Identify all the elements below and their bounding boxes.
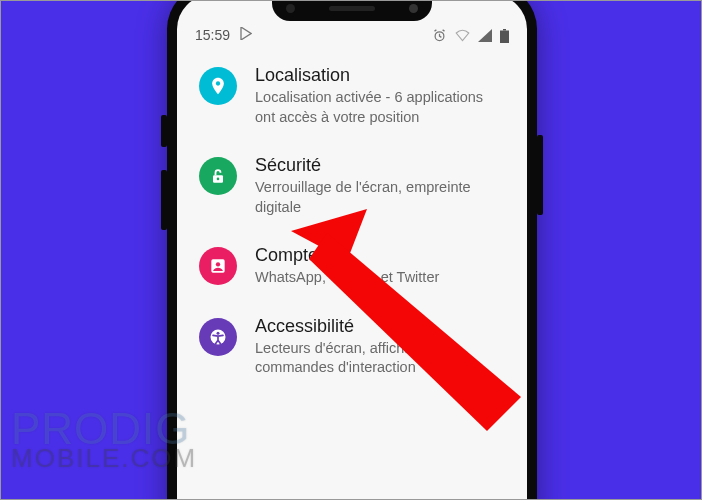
power-button xyxy=(537,135,543,215)
settings-item-accessibilite[interactable]: Accessibilité Lecteurs d'écran, affichag… xyxy=(177,302,527,392)
item-title: Accessibilité xyxy=(255,316,505,337)
svg-point-7 xyxy=(216,262,220,266)
battery-icon xyxy=(500,29,509,43)
accessibility-icon xyxy=(199,318,237,356)
svg-point-5 xyxy=(217,178,220,181)
account-box-icon xyxy=(199,247,237,285)
item-title: Comptes xyxy=(255,245,505,266)
svg-rect-2 xyxy=(503,29,506,31)
watermark: PRODIG MOBILE.COM xyxy=(11,410,197,469)
volume-up-button xyxy=(161,115,167,147)
watermark-line2: MOBILE.COM xyxy=(11,447,197,469)
item-title: Sécurité xyxy=(255,155,505,176)
location-icon xyxy=(199,67,237,105)
volume-down-button xyxy=(161,170,167,230)
settings-item-localisation[interactable]: Localisation Localisation activée - 6 ap… xyxy=(177,51,527,141)
item-subtitle: WhatsApp, Google et Twitter xyxy=(255,268,505,288)
svg-point-9 xyxy=(217,332,220,335)
item-subtitle: Lecteurs d'écran, affichage, commandes d… xyxy=(255,339,505,378)
lock-open-icon xyxy=(199,157,237,195)
phone-frame: 15:59 xyxy=(167,0,537,500)
item-title: Localisation xyxy=(255,65,505,86)
settings-item-securite[interactable]: Sécurité Verrouillage de l'écran, emprei… xyxy=(177,141,527,231)
settings-item-comptes[interactable]: Comptes WhatsApp, Google et Twitter xyxy=(177,231,527,302)
svg-rect-1 xyxy=(500,30,509,43)
alarm-icon xyxy=(432,28,447,43)
watermark-line1: PRODIG xyxy=(11,410,197,447)
play-store-icon xyxy=(240,27,252,43)
screen: 15:59 xyxy=(177,0,527,500)
svg-point-3 xyxy=(216,81,220,85)
wifi-off-icon xyxy=(455,29,470,42)
item-subtitle: Verrouillage de l'écran, empreinte digit… xyxy=(255,178,505,217)
signal-icon xyxy=(478,29,492,42)
status-time: 15:59 xyxy=(195,27,230,43)
item-subtitle: Localisation activée - 6 applications on… xyxy=(255,88,505,127)
notch xyxy=(272,0,432,21)
settings-list: Localisation Localisation activée - 6 ap… xyxy=(177,45,527,398)
